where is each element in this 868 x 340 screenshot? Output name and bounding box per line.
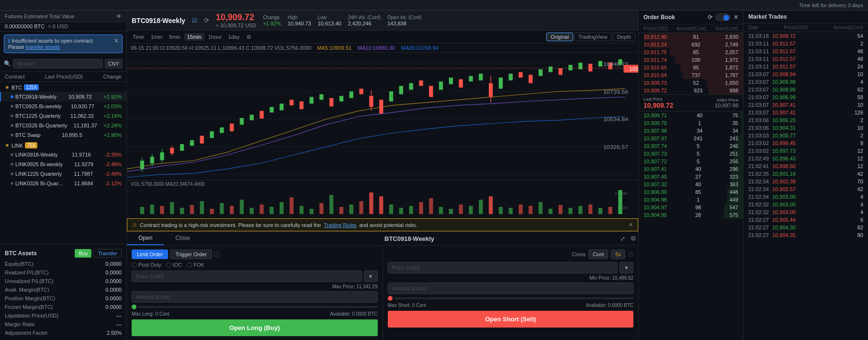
bullet <box>11 124 13 127</box>
chart-canvas[interactable]: 10940.73 10739.56 10534.84 10326.57 1090… <box>127 53 638 180</box>
close-ob-icon[interactable]: ✕ <box>733 14 738 21</box>
contract-item-link0918[interactable]: LINK0918-Weekly 11.9716 -2.39% <box>0 150 126 159</box>
mt-row: 21:02:2710,904.3082 <box>744 224 868 231</box>
transfer-button[interactable]: Transfer <box>93 249 122 258</box>
eye-icon[interactable]: 👁 <box>116 13 122 19</box>
tab-open[interactable]: Open <box>127 232 164 245</box>
chart-view-buttons: Original TradingView Depth <box>546 33 635 41</box>
refresh-ob-icon[interactable]: ⟳ <box>708 14 712 21</box>
price-input-left[interactable] <box>132 271 362 282</box>
contract-item-link1225[interactable]: LINK1225 Quarterly 11.7987 -2.49% <box>0 169 126 179</box>
ob-ask-row[interactable]: 10,911.75852,057 <box>639 48 743 56</box>
ob-ask-row[interactable]: 10,912.90812,830 <box>639 33 743 41</box>
trigger-order-btn[interactable]: Trigger Order <box>170 249 212 259</box>
ob-bid-row[interactable]: 10,907.4140296 <box>639 165 743 173</box>
ob-bid-row[interactable]: 10,907.725256 <box>639 158 743 165</box>
contract-change: +2.03% <box>103 103 122 109</box>
svg-rect-119 <box>578 206 582 214</box>
view-tradingview[interactable]: TradingView <box>574 33 612 41</box>
ob-ask-row[interactable]: 10,910.65851,872 <box>639 64 743 71</box>
trading-rules-link[interactable]: Trading Rules <box>324 222 356 228</box>
progress-bar-left[interactable] <box>138 306 378 308</box>
popout-icon[interactable]: ⧉ <box>628 233 638 244</box>
currency-badge[interactable]: CNY <box>105 59 123 68</box>
ob-bid-row[interactable]: 10,906.8085448 <box>639 188 743 196</box>
instrument-oi-stat: Open Int. (Conf) 143,838 <box>387 15 422 26</box>
svg-rect-116 <box>549 209 552 214</box>
amount-input-left[interactable] <box>132 291 378 303</box>
timeframe-time[interactable]: Time <box>130 33 147 41</box>
open-long-btn[interactable]: Open Long (Buy) <box>132 319 378 336</box>
timeframe-15min[interactable]: 15min <box>184 33 204 41</box>
instrument-low-stat: Low 10,613.40 <box>318 15 341 26</box>
ob-bid-row[interactable]: 10,909.70135 <box>639 119 743 127</box>
mt-row: 21:03:0310,900.772 <box>744 132 868 139</box>
ob-bid-row[interactable]: 10,907.4027323 <box>639 173 743 181</box>
contract-item-btc0326[interactable]: BTC0326 Bi-Quarterly 11,181.37 +2.24% <box>0 121 126 130</box>
view-depth[interactable]: Depth <box>613 33 635 41</box>
open-short-btn[interactable]: Open Short (Sell) <box>388 311 634 328</box>
price-dropdown-right[interactable]: ▼ <box>620 262 633 273</box>
price-dropdown-left[interactable]: ▼ <box>364 271 378 282</box>
ob-bid-row[interactable]: 10,907.983434 <box>639 127 743 135</box>
ob-toggle[interactable] <box>715 13 731 21</box>
ob-bid-row[interactable]: 10,904.981449 <box>639 196 743 204</box>
radio-ioc[interactable]: IOC <box>166 262 182 268</box>
ob-bid-row[interactable]: 10,907.735251 <box>639 150 743 158</box>
svg-rect-87 <box>259 204 263 214</box>
svg-rect-76 <box>150 204 154 214</box>
alert-link[interactable]: transfer assets <box>26 44 60 50</box>
svg-rect-115 <box>539 202 542 214</box>
ob-bid-row[interactable]: 10,907.97241241 <box>639 135 743 142</box>
ob-bid-row[interactable]: 10,904.9798547 <box>639 204 743 211</box>
ob-ask-row[interactable]: 10,909.73521,050 <box>639 79 743 87</box>
avail-row-left: Max Long: 0 Cont Available: 0.0000 BTC <box>132 311 378 317</box>
radio-fok[interactable]: FOK <box>187 262 204 268</box>
tab-close[interactable]: Close <box>164 232 202 245</box>
progress-bar-right[interactable] <box>395 297 634 299</box>
contract-item-link0925[interactable]: LINK0925 Bi-weekly 11.9279 -2.48% <box>0 159 126 169</box>
contract-item-link0326[interactable]: LINK0326 Bi-Quar... 11.8684 -2.12% <box>0 179 126 188</box>
progress-dot-right[interactable] <box>388 296 393 301</box>
svg-rect-107 <box>459 204 463 214</box>
star-icon2: ★ <box>5 142 10 148</box>
contract-item-btc0925[interactable]: BTC0925 Bi-weekly 10,920.77 +2.03% <box>0 102 126 111</box>
timeframe-1hour[interactable]: 1hour <box>205 33 225 41</box>
chart-settings-btn[interactable]: ⚙ <box>244 33 254 41</box>
buy-button[interactable]: Buy <box>75 249 91 258</box>
amount-input-right[interactable] <box>388 283 634 294</box>
expand-icon[interactable]: ⤢ <box>617 233 628 244</box>
timeframe-1day[interactable]: 1day <box>225 33 243 41</box>
search-input[interactable] <box>13 59 103 68</box>
top-bar: Time left for delivery 3 days <box>0 0 868 11</box>
view-original[interactable]: Original <box>546 33 573 41</box>
contract-item-btc0918[interactable]: BTC0918-Weekly 10,909.72 +1.92% <box>0 92 126 102</box>
ob-ask-row[interactable]: 10,909.72923998 <box>639 87 743 94</box>
leverage-btn[interactable]: 5x <box>611 249 625 259</box>
radio-post-only[interactable]: Post Only <box>132 262 161 268</box>
ob-bid-row[interactable]: 10,909.714075 <box>639 112 743 119</box>
warning-close-btn[interactable]: ✕ <box>629 222 633 228</box>
contract-price: 11.9716 <box>72 152 91 158</box>
ob-bid-row[interactable]: 10,907.3240363 <box>639 181 743 188</box>
mt-row: 21:02:3210,903.004 <box>744 201 868 208</box>
ob-ask-row[interactable]: 10,911.741001,972 <box>639 56 743 64</box>
limit-order-btn[interactable]: Limit Order <box>132 249 168 259</box>
ob-bid-row[interactable]: 10,904.9528575 <box>639 211 743 219</box>
progress-dot-left[interactable] <box>132 305 136 309</box>
cont-btn[interactable]: Cont <box>588 249 608 259</box>
alert-close-btn[interactable]: ✕ <box>113 37 119 45</box>
refresh-icon[interactable]: ⟳ <box>204 17 209 24</box>
ob-ask-row[interactable]: 10,912.246922,749 <box>639 41 743 48</box>
ob-ask-row[interactable]: 10,910.647371,787 <box>639 71 743 79</box>
svg-rect-120 <box>588 204 592 214</box>
change-value: +1.92% <box>263 21 281 26</box>
price-input-right[interactable] <box>388 262 618 273</box>
timeframe-5min[interactable]: 5min <box>166 33 183 41</box>
mt-row: 21:03:1810,909.7254 <box>744 32 868 40</box>
contract-item-btcswap[interactable]: BTC Swap 10,895.5 +1.90% <box>0 130 126 140</box>
contract-item-btc1225[interactable]: BTC1225 Quarterly 11,062.32 +2.14% <box>0 111 126 121</box>
timeframe-1min[interactable]: 1min <box>148 33 165 41</box>
bullet <box>11 172 13 175</box>
ob-bid-row[interactable]: 10,907.745246 <box>639 142 743 150</box>
